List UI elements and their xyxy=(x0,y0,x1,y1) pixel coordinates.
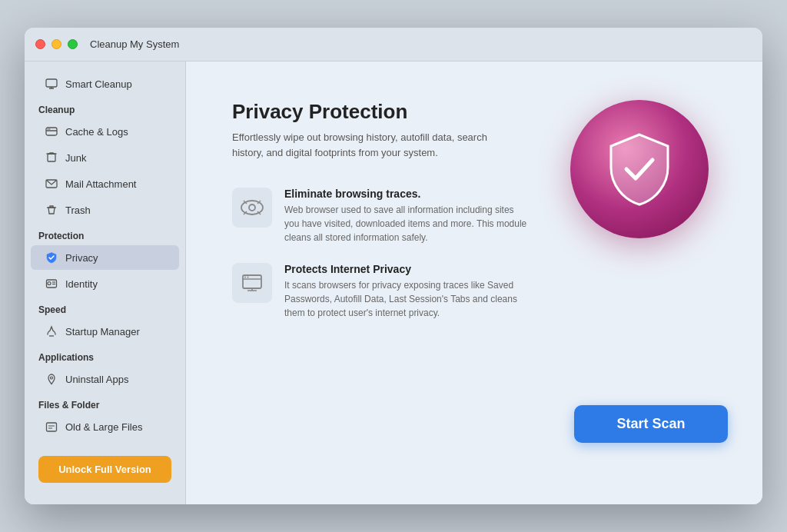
sidebar-item-trash[interactable]: Trash xyxy=(31,198,179,222)
sidebar-label-old-large-files: Old & Large Files xyxy=(65,421,142,433)
svg-point-28 xyxy=(247,277,249,278)
svg-point-5 xyxy=(48,128,49,130)
sidebar: Smart Cleanup Cleanup Cache & Logs xyxy=(25,62,186,504)
svg-point-15 xyxy=(51,377,53,379)
svg-point-6 xyxy=(49,128,51,130)
main-content: Privacy Protection Effortlessly wipe out… xyxy=(186,62,762,504)
sidebar-item-identity[interactable]: Identity xyxy=(31,271,179,296)
sidebar-label-trash: Trash xyxy=(65,204,91,216)
feature-title-0: Eliminate browsing traces. xyxy=(284,188,530,200)
sidebar-label-uninstall-apps: Uninstall Apps xyxy=(65,374,128,385)
uninstall-icon xyxy=(45,372,58,386)
window-title: Cleanup My System xyxy=(90,38,179,50)
identity-icon xyxy=(45,277,58,291)
monitor-icon xyxy=(45,77,58,91)
page-subtitle: Effortlessly wipe out browsing history, … xyxy=(232,130,493,160)
section-label-speed: Speed xyxy=(25,297,185,318)
close-button[interactable] xyxy=(35,39,45,49)
feature-item-internet-privacy: Protects Internet Privacy It scans brows… xyxy=(232,263,716,320)
svg-point-11 xyxy=(48,282,51,285)
sidebar-item-cache-logs[interactable]: Cache & Logs xyxy=(31,119,179,144)
feature-text-browsing-traces: Eliminate browsing traces. Web browser u… xyxy=(284,188,530,244)
junk-icon xyxy=(45,151,58,165)
shield-icon xyxy=(45,251,58,264)
feature-desc-0: Web browser used to save all information… xyxy=(284,203,530,244)
svg-rect-0 xyxy=(46,79,57,87)
svg-point-20 xyxy=(249,204,255,211)
titlebar: Cleanup My System xyxy=(25,28,762,62)
mail-icon xyxy=(45,177,58,191)
cache-icon xyxy=(45,125,58,138)
sidebar-item-startup-manager[interactable]: Startup Manager xyxy=(31,319,179,344)
start-scan-button[interactable]: Start Scan xyxy=(574,405,728,443)
sidebar-label-cache-logs: Cache & Logs xyxy=(65,126,128,138)
section-label-protection: Protection xyxy=(25,223,185,244)
content-area: Smart Cleanup Cleanup Cache & Logs xyxy=(25,62,762,504)
sidebar-item-uninstall-apps[interactable]: Uninstall Apps xyxy=(31,367,179,391)
sidebar-label-smart-cleanup: Smart Cleanup xyxy=(65,78,132,90)
sidebar-label-privacy: Privacy xyxy=(65,252,98,264)
svg-point-27 xyxy=(244,277,246,278)
sidebar-item-old-large-files[interactable]: Old & Large Files xyxy=(31,414,179,439)
section-label-applications: Applications xyxy=(25,344,185,366)
sidebar-item-smart-cleanup[interactable]: Smart Cleanup xyxy=(31,71,179,96)
files-icon xyxy=(45,420,58,434)
minimize-button[interactable] xyxy=(51,39,61,49)
feature-title-1: Protects Internet Privacy xyxy=(284,263,530,275)
sidebar-label-mail-attachment: Mail Attachment xyxy=(65,178,137,190)
unlock-full-version-button[interactable]: Unlock Full Version xyxy=(38,456,171,483)
app-window: Cleanup My System Smart Cleanup Cleanup xyxy=(25,28,762,504)
feature-desc-1: It scans browsers for privacy exposing t… xyxy=(284,278,530,320)
section-label-cleanup: Cleanup xyxy=(25,97,185,118)
sidebar-label-identity: Identity xyxy=(65,278,98,290)
svg-rect-16 xyxy=(47,423,57,431)
sidebar-label-junk: Junk xyxy=(65,152,86,164)
maximize-button[interactable] xyxy=(68,39,78,49)
sidebar-item-privacy[interactable]: Privacy xyxy=(31,245,179,270)
trash-icon xyxy=(45,203,58,217)
svg-point-19 xyxy=(241,201,263,214)
section-label-files-folder: Files & Folder xyxy=(25,392,185,414)
sidebar-item-mail-attachment[interactable]: Mail Attachment xyxy=(31,171,179,196)
sidebar-bottom: Unlock Full Version xyxy=(25,444,185,495)
browsing-traces-icon-box xyxy=(232,188,272,228)
hero-shield-circle xyxy=(570,100,709,238)
feature-text-internet-privacy: Protects Internet Privacy It scans brows… xyxy=(284,263,530,320)
internet-privacy-icon-box xyxy=(232,263,272,303)
sidebar-item-junk[interactable]: Junk xyxy=(31,145,179,170)
startup-icon xyxy=(45,324,58,338)
sidebar-label-startup-manager: Startup Manager xyxy=(65,326,140,337)
